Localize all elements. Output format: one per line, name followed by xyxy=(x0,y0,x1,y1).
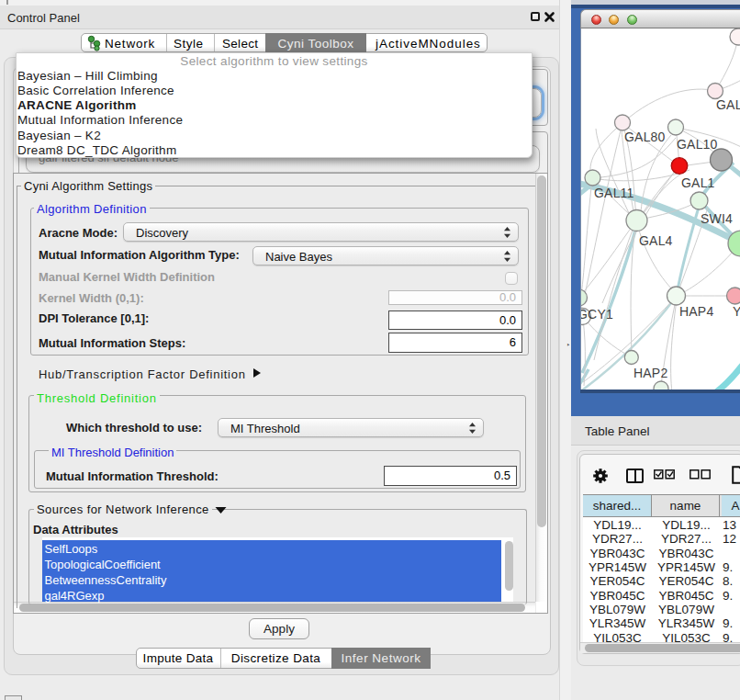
svg-text:HAP4: HAP4 xyxy=(679,304,713,319)
svg-text:GAL11: GAL11 xyxy=(594,186,634,200)
svg-text:GAL80: GAL80 xyxy=(624,130,666,144)
svg-text:Y: Y xyxy=(733,304,740,319)
svg-text:SWI4: SWI4 xyxy=(701,211,733,226)
svg-text:GAL10: GAL10 xyxy=(677,137,718,152)
svg-text:HAP2: HAP2 xyxy=(633,366,667,380)
svg-text:GAL1: GAL1 xyxy=(681,175,715,190)
svg-text:GAL4: GAL4 xyxy=(639,233,673,248)
svg-text:GAL: GAL xyxy=(716,97,740,112)
svg-text:GCY1: GCY1 xyxy=(581,307,613,322)
